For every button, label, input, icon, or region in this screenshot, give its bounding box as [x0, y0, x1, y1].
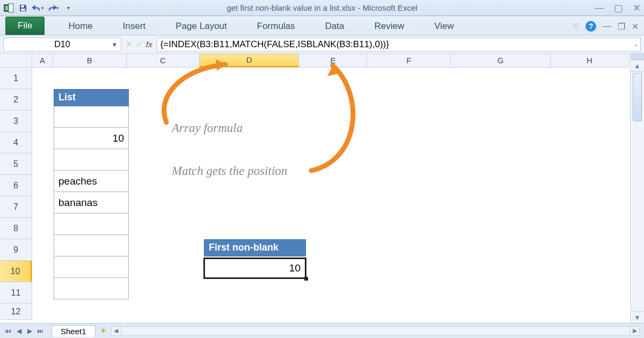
scroll-down-icon[interactable]: ▼ — [631, 311, 644, 323]
row-headers: 1 2 3 4 5 6 7 8 9 10 11 12 — [0, 68, 32, 320]
ribbon: File Home Insert Page Layout Formulas Da… — [0, 16, 644, 35]
col-header-B[interactable]: B — [53, 54, 127, 67]
row-header-7[interactable]: 7 — [0, 196, 32, 218]
workbook-close-icon[interactable]: ✕ — [632, 21, 639, 32]
name-box-dropdown-icon[interactable]: ▼ — [112, 41, 118, 48]
svg-rect-3 — [21, 5, 24, 8]
select-all-corner[interactable] — [0, 54, 32, 68]
workbook-minimize-icon[interactable]: — — [603, 21, 611, 31]
formula-expand-icon[interactable]: ⌄ — [633, 41, 638, 48]
svg-text:X: X — [5, 5, 9, 11]
cell-B4[interactable]: 10 — [54, 128, 129, 149]
cell-B7[interactable]: bananas — [54, 192, 129, 214]
row-header-9[interactable]: 9 — [0, 239, 32, 261]
annotation-array-formula: Array formula — [172, 121, 243, 135]
horizontal-scrollbar[interactable]: ◀ ▶ — [111, 326, 640, 336]
list-header[interactable]: List — [54, 89, 129, 106]
tab-home[interactable]: Home — [61, 18, 100, 35]
cell-B6[interactable]: peaches — [54, 171, 129, 192]
cell-B9[interactable] — [54, 235, 129, 256]
redo-icon[interactable]: ▾ — [47, 2, 59, 14]
row-header-6[interactable]: 6 — [0, 175, 32, 196]
qat-customize-icon[interactable]: ▾ — [62, 2, 74, 14]
window-title: get first non-blank value in a list.xlsx… — [0, 3, 644, 12]
col-header-E[interactable]: E — [299, 54, 367, 67]
new-sheet-icon[interactable]: ✶ — [100, 326, 107, 336]
cell-B11[interactable] — [54, 278, 129, 299]
minimize-icon[interactable]: — — [595, 2, 604, 14]
cell-B5[interactable] — [54, 149, 129, 171]
sheet-tab-sheet1[interactable]: Sheet1 — [52, 325, 96, 337]
tab-review[interactable]: Review — [367, 18, 412, 35]
fx-icon[interactable]: fx — [146, 40, 152, 49]
file-tab[interactable]: File — [5, 17, 45, 35]
col-header-H[interactable]: H — [551, 54, 629, 67]
undo-icon[interactable]: ▾ — [32, 2, 44, 14]
title-bar: X ▾ ▾ ▾ get first non-blank value in a l… — [0, 0, 644, 16]
row-header-11[interactable]: 11 — [0, 282, 32, 304]
name-box[interactable]: D10 ▼ — [3, 38, 121, 52]
svg-rect-4 — [21, 9, 25, 11]
sheet-nav-last-icon[interactable]: ⏭ — [35, 326, 45, 336]
sheet-tab-bar: ⏮ ◀ ▶ ⏭ Sheet1 ✶ ◀ ▶ — [0, 323, 644, 338]
vertical-scrollbar[interactable]: ▲ ▼ — [630, 54, 644, 323]
tab-page-layout[interactable]: Page Layout — [168, 18, 234, 35]
cell-B8[interactable] — [54, 214, 129, 235]
tab-insert[interactable]: Insert — [115, 18, 153, 35]
row-header-3[interactable]: 3 — [0, 111, 32, 132]
close-icon[interactable]: ✕ — [633, 2, 641, 14]
sheet-nav: ⏮ ◀ ▶ ⏭ — [0, 326, 48, 336]
svg-rect-2 — [9, 4, 13, 12]
formula-bar: D10 ▼ ✕ ✓ fx {=INDEX(B3:B11,MATCH(FALSE,… — [0, 35, 644, 54]
split-handle-icon[interactable] — [630, 54, 644, 60]
column-headers: A B C D E F G H — [32, 54, 629, 68]
scroll-thumb[interactable] — [633, 73, 642, 121]
save-icon[interactable] — [17, 2, 29, 14]
row-header-2[interactable]: 2 — [0, 89, 32, 111]
sheet-nav-next-icon[interactable]: ▶ — [25, 326, 34, 336]
sheet-nav-prev-icon[interactable]: ◀ — [14, 326, 24, 336]
sheet-nav-first-icon[interactable]: ⏮ — [3, 326, 13, 336]
workbook-restore-icon[interactable]: ❐ — [618, 21, 625, 32]
window-controls: — ▢ ✕ — [595, 2, 641, 14]
tab-data[interactable]: Data — [318, 18, 352, 35]
scroll-up-icon[interactable]: ▲ — [631, 60, 644, 72]
arrow-to-fx-icon — [150, 58, 241, 128]
row-header-4[interactable]: 4 — [0, 132, 32, 153]
tab-view[interactable]: View — [427, 18, 462, 35]
row-header-8[interactable]: 8 — [0, 218, 32, 239]
col-header-D[interactable]: D — [200, 54, 299, 67]
col-header-G[interactable]: G — [451, 54, 550, 67]
quick-access-toolbar: ▾ ▾ ▾ — [17, 2, 74, 14]
tab-formulas[interactable]: Formulas — [250, 18, 303, 35]
cell-B3[interactable] — [54, 106, 129, 128]
row-header-5[interactable]: 5 — [0, 153, 32, 175]
help-icon[interactable]: ? — [586, 21, 596, 32]
col-header-A[interactable]: A — [32, 54, 53, 67]
arrow-to-match-icon — [301, 58, 370, 176]
cell-B10[interactable] — [54, 256, 129, 278]
fill-handle[interactable] — [304, 277, 308, 281]
cell-D10-selected[interactable]: 10 — [203, 258, 306, 279]
maximize-icon[interactable]: ▢ — [614, 2, 623, 14]
row-header-10[interactable]: 10 — [0, 261, 32, 282]
worksheet-grid: A B C D E F G H 1 2 3 4 5 6 7 8 9 10 11 … — [0, 54, 644, 323]
annotation-match-position: Match gets the position — [172, 164, 287, 178]
hscroll-right-icon[interactable]: ▶ — [630, 327, 639, 335]
name-box-value: D10 — [54, 40, 70, 49]
row-header-1[interactable]: 1 — [0, 68, 32, 89]
ribbon-minimize-icon[interactable]: ♡ — [572, 22, 579, 31]
hscroll-left-icon[interactable]: ◀ — [112, 327, 121, 335]
col-header-F[interactable]: F — [367, 54, 451, 67]
formula-input[interactable]: {=INDEX(B3:B11,MATCH(FALSE,ISBLANK(B3:B1… — [157, 38, 641, 52]
cells-area[interactable]: List 10 peaches bananas First non-blank … — [32, 68, 629, 323]
excel-logo-icon: X — [3, 3, 14, 13]
col-header-C[interactable]: C — [127, 54, 200, 67]
cancel-formula-icon[interactable]: ✕ — [126, 39, 133, 49]
enter-formula-icon[interactable]: ✓ — [136, 39, 143, 49]
row-header-12[interactable]: 12 — [0, 304, 32, 320]
formula-text: {=INDEX(B3:B11,MATCH(FALSE,ISBLANK(B3:B1… — [160, 39, 389, 50]
result-header[interactable]: First non-blank — [204, 239, 306, 256]
